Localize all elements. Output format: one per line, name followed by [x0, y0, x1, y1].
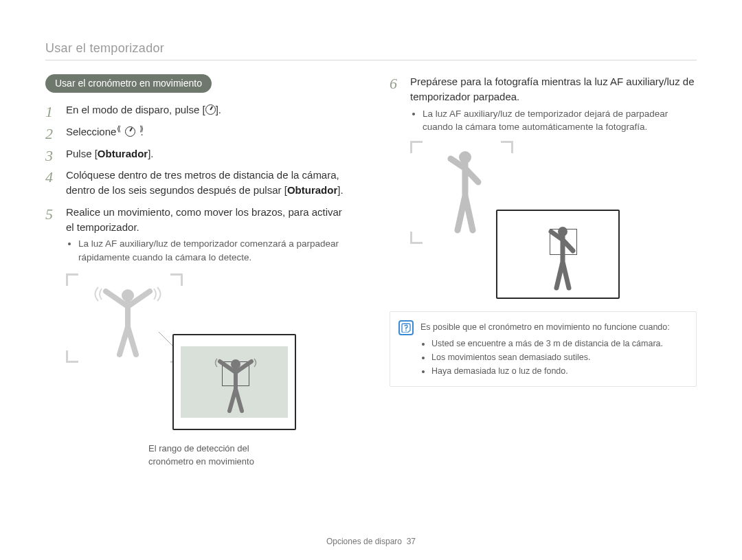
note-icon [398, 320, 414, 335]
step-text: Prepárese para la fotografía mientras la… [410, 76, 695, 102]
manual-page: Usar el temporizador Usar el cronómetro … [0, 0, 742, 560]
note-bullet: Usted se encuentre a más de 3 m de dista… [431, 337, 686, 350]
bullet: La luz AF auxiliary/luz de temporizador … [78, 237, 352, 264]
timer-icon [205, 104, 216, 115]
steps-list-right: Prepárese para la fotografía mientras la… [390, 74, 697, 134]
step-bold: Obturador [98, 148, 148, 159]
note-bullets: Usted se encuentre a más de 3 m de dista… [420, 337, 686, 378]
page-title: Usar el temporizador [45, 41, 697, 60]
frame-corner-icon [66, 273, 78, 286]
person-small-icon [539, 225, 587, 293]
frame-corner-icon [410, 141, 423, 153]
step-text-post: ]. [148, 148, 153, 159]
frame-corner-icon [170, 273, 183, 286]
step-6-bullets: La luz AF auxiliary/luz de temporizador … [410, 107, 697, 134]
monitor-screen [504, 219, 611, 289]
right-column: Prepárese para la fotografía mientras la… [390, 74, 697, 468]
note-box: Es posible que el cronómetro en movimien… [390, 311, 697, 387]
step-text: En el modo de disparo, pulse [ [66, 104, 205, 115]
step-text: Pulse [ [66, 148, 98, 159]
step-text: Realice un movimiento, como mover los br… [66, 206, 342, 233]
figure-caption: El rango de detección del cronómetro en … [148, 443, 286, 467]
step-bold: Obturador [287, 184, 337, 196]
person-waving-icon [93, 286, 162, 361]
step-6: Prepárese para la fotografía mientras la… [390, 74, 697, 134]
monitor-screen [181, 346, 288, 418]
frame-corner-icon [501, 141, 513, 153]
step-5-bullets: La luz AF auxiliary/luz de temporizador … [66, 237, 352, 264]
two-column-layout: Usar el cronómetro en movimiento En el m… [45, 74, 697, 468]
camera-monitor [496, 210, 620, 299]
footer-section: Opciones de disparo [326, 537, 402, 546]
note-intro: Es posible que el cronómetro en movimien… [420, 320, 686, 334]
note-bullet: Los movimientos sean demasiado sutiles. [431, 350, 686, 364]
motion-timer-icon: ⟪⟫ [120, 124, 141, 139]
step-5: Realice un movimiento, como mover los br… [45, 205, 352, 265]
step-text: Seleccione [66, 126, 120, 137]
camera-monitor [172, 334, 296, 430]
step-3: Pulse [Obturador]. [45, 146, 352, 161]
step-4: Colóquese dentro de tres metros de dista… [45, 168, 352, 198]
step-1: En el modo de disparo, pulse []. [45, 102, 352, 117]
section-pill: Usar el cronómetro en movimiento [45, 74, 212, 93]
step-text-post: ]. [216, 104, 221, 115]
figure-pose-ready [410, 141, 630, 299]
left-column: Usar el cronómetro en movimiento En el m… [45, 74, 352, 468]
note-bullet: Haya demasiada luz o luz de fondo. [431, 364, 686, 378]
steps-list-left: En el modo de disparo, pulse []. Selecci… [45, 102, 352, 264]
page-footer: Opciones de disparo 37 [0, 537, 742, 546]
frame-corner-icon [410, 232, 423, 244]
frame-corner-icon [66, 350, 78, 363]
step-2: Seleccione ⟪⟫. [45, 124, 352, 139]
bullet: La luz AF auxiliary/luz de temporizador … [423, 107, 697, 134]
footer-page-number: 37 [407, 537, 416, 546]
figure-detection-range [66, 273, 286, 438]
person-small-icon [205, 356, 267, 418]
step-text-post: ]. [337, 184, 343, 196]
person-posing-icon [441, 149, 489, 238]
